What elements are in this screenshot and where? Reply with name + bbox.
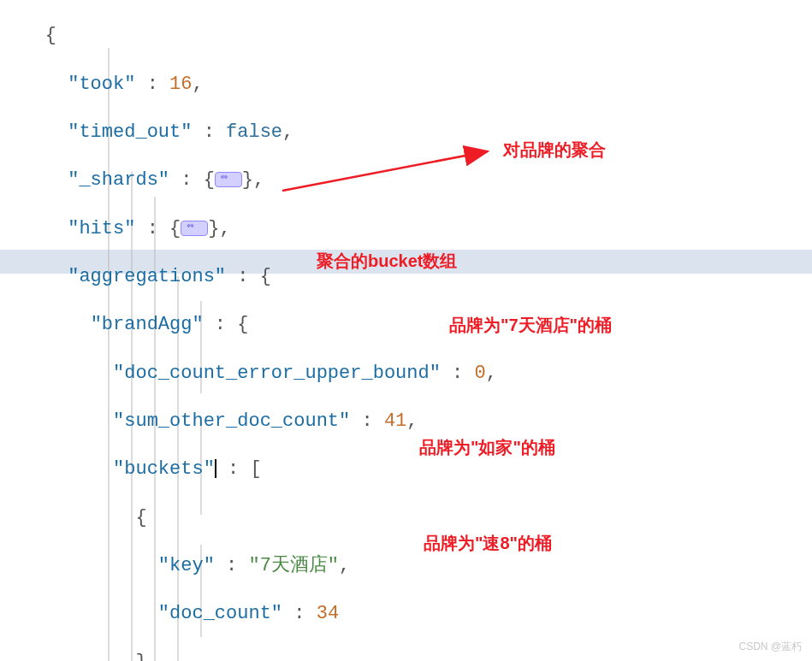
watermark: CSDN @蓝朽 [738,640,802,654]
json-response: { "took" : 16, "timed_out" : false, "_sh… [0,0,812,661]
fold-icon[interactable] [215,172,242,187]
fold-icon[interactable] [181,221,208,236]
